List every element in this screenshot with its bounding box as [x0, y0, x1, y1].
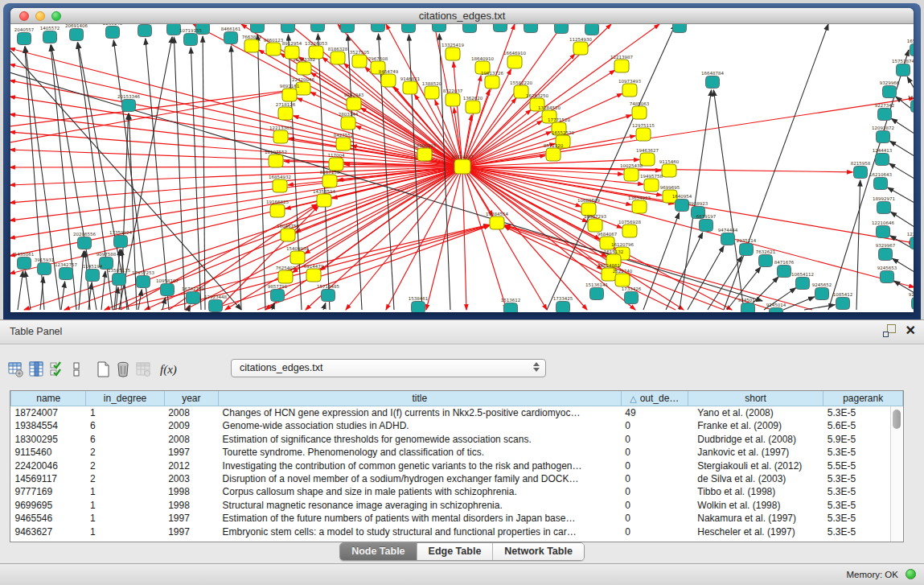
graph-edge[interactable] [464, 171, 507, 310]
graph-node[interactable] [282, 89, 297, 101]
table-cell[interactable]: Disruption of a novel member of a sodium… [219, 472, 622, 485]
graph-node[interactable] [251, 24, 265, 33]
column-visibility-icon[interactable] [27, 360, 46, 379]
graph-node[interactable] [446, 93, 460, 106]
graph-edge[interactable] [724, 24, 828, 310]
column-header-year[interactable]: year [164, 391, 218, 406]
table-cell[interactable]: 19384554 [11, 419, 86, 432]
graph-node[interactable] [347, 97, 361, 110]
graph-node[interactable] [278, 270, 293, 283]
graph-node[interactable] [741, 303, 755, 313]
graph-node[interactable] [815, 288, 829, 300]
table-cell[interactable]: Franke et al. (2009) [688, 419, 823, 432]
table-cell[interactable]: 1 [86, 512, 164, 525]
graph-node[interactable] [625, 292, 639, 304]
graph-node[interactable] [244, 39, 259, 52]
graph-node[interactable] [770, 308, 783, 313]
graph-node[interactable] [113, 274, 126, 286]
graph-node[interactable] [507, 56, 522, 68]
graph-node[interactable] [278, 107, 293, 120]
graph-edge[interactable] [463, 76, 481, 162]
table-cell[interactable]: 2003 [164, 472, 218, 485]
graph-edge[interactable] [907, 77, 914, 89]
table-select-dropdown[interactable]: citations_edges.txt [231, 359, 546, 377]
graph-node[interactable] [700, 220, 713, 232]
graph-node[interactable] [912, 298, 914, 310]
table-cell[interactable]: Tibbo et al. (1998) [688, 485, 823, 498]
graph-node[interactable] [546, 148, 561, 161]
column-header-in_degree[interactable]: in_degree [86, 391, 164, 406]
graph-edge[interactable] [257, 35, 265, 310]
graph-node[interactable] [676, 200, 689, 212]
table-cell[interactable]: 2009 [164, 419, 218, 432]
graph-node[interactable] [273, 130, 288, 143]
column-header-pagerank[interactable]: pagerank [823, 391, 903, 406]
graph-node[interactable] [70, 29, 84, 41]
graph-node[interactable] [877, 202, 891, 214]
graph-node[interactable] [463, 24, 477, 33]
table-cell[interactable]: 9115460 [11, 446, 86, 459]
graph-node[interactable] [706, 76, 720, 89]
graph-node[interactable] [43, 31, 57, 43]
graph-node[interactable] [877, 131, 890, 143]
table-cell[interactable]: 18300295 [11, 433, 86, 446]
graph-node[interactable] [524, 24, 538, 33]
graph-node[interactable] [632, 200, 647, 213]
graph-node[interactable] [322, 175, 337, 187]
graph-node[interactable] [897, 64, 910, 76]
table-cell[interactable]: de Silva et al. (2003) [688, 472, 823, 485]
table-cell[interactable]: Stergiakouli et al. (2012) [688, 459, 823, 472]
row-height-icon[interactable] [67, 360, 86, 379]
table-cell[interactable]: Investigating the contribution of common… [219, 459, 622, 472]
graph-node[interactable] [854, 167, 868, 179]
graph-node[interactable] [403, 81, 417, 94]
table-settings-icon[interactable] [6, 360, 26, 379]
graph-node[interactable] [352, 55, 367, 68]
graph-node[interactable] [636, 128, 651, 141]
graph-edge[interactable] [467, 168, 581, 207]
graph-node[interactable] [573, 42, 588, 55]
graph-node[interactable] [187, 292, 200, 304]
table-cell[interactable]: 1998 [164, 485, 218, 498]
graph-edge[interactable] [890, 141, 914, 156]
table-cell[interactable]: Hescheler et al. (1997) [688, 525, 823, 538]
table-cell[interactable]: 2008 [164, 406, 218, 420]
table-row[interactable]: 1456911722003Disruption of a novel membe… [11, 472, 903, 485]
table-cell[interactable]: 0 [621, 499, 688, 512]
graph-node[interactable] [644, 179, 659, 192]
table-cell[interactable]: 1 [86, 525, 164, 538]
table-cell[interactable]: Yano et al. (2008) [688, 406, 823, 420]
table-cell[interactable]: 1 [86, 499, 164, 512]
graph-node[interactable] [622, 84, 637, 97]
graph-node[interactable] [490, 216, 504, 229]
graph-edge[interactable] [426, 171, 462, 310]
graph-node[interactable] [18, 257, 31, 270]
graph-node[interactable] [336, 138, 351, 150]
graph-node[interactable] [161, 284, 175, 296]
graph-edge[interactable] [79, 251, 84, 310]
table-cell[interactable]: Estimation of significance thresholds fo… [219, 433, 622, 446]
graph-edge[interactable] [894, 281, 914, 293]
graph-node[interactable] [306, 269, 321, 282]
graph-node[interactable] [271, 290, 285, 302]
graph-node[interactable] [322, 290, 335, 302]
graph-node[interactable] [466, 101, 480, 113]
table-cell[interactable]: 2 [86, 459, 164, 472]
graph-node[interactable] [311, 24, 325, 32]
graph-edge[interactable] [348, 35, 362, 310]
graph-edge[interactable] [856, 180, 860, 310]
table-row[interactable]: 969969511998Structural magnetic resonanc… [11, 499, 903, 512]
graph-edge[interactable] [323, 303, 326, 310]
graph-node[interactable] [209, 300, 223, 312]
table-cell[interactable]: 2 [86, 472, 164, 485]
memory-status-icon[interactable] [906, 569, 916, 579]
graph-node[interactable] [615, 274, 630, 286]
table-cell[interactable]: Jankovic et al. (1997) [688, 446, 823, 459]
graph-node[interactable] [588, 219, 602, 232]
tab-node-table[interactable]: Node Table [340, 543, 416, 560]
column-header-name[interactable]: name [11, 391, 86, 406]
graph-node[interactable] [454, 159, 470, 174]
table-cell[interactable]: 1 [86, 485, 164, 498]
graph-edge[interactable] [804, 305, 835, 310]
graph-node[interactable] [881, 271, 894, 283]
